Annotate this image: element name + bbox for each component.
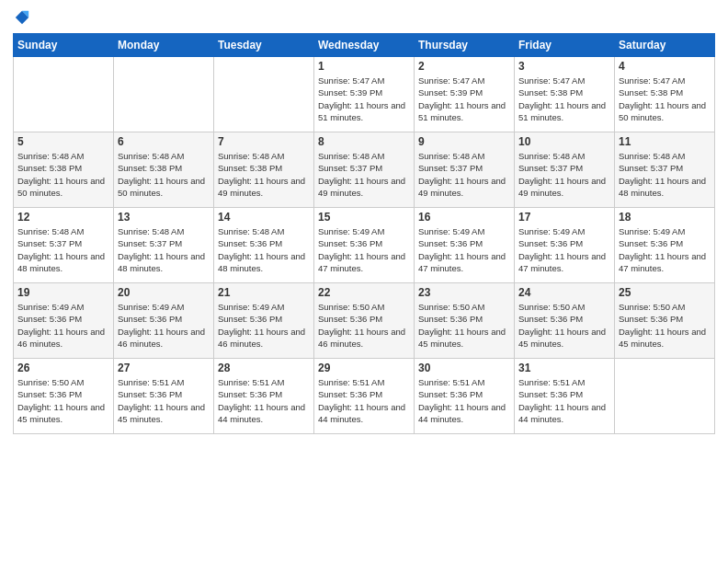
logo-icon (14, 9, 30, 26)
day-info: Sunrise: 5:48 AMSunset: 5:37 PMDaylight:… (518, 151, 606, 198)
day-cell: 6Sunrise: 5:48 AMSunset: 5:38 PMDaylight… (114, 132, 214, 208)
day-number: 6 (118, 135, 210, 148)
day-info: Sunrise: 5:50 AMSunset: 5:36 PMDaylight:… (318, 302, 405, 349)
day-number: 10 (518, 135, 610, 148)
day-number: 15 (318, 211, 410, 224)
weekday-header-row: SundayMondayTuesdayWednesdayThursdayFrid… (14, 34, 715, 57)
weekday-header-friday: Friday (515, 34, 615, 57)
day-cell: 20Sunrise: 5:49 AMSunset: 5:36 PMDayligh… (114, 283, 214, 359)
day-number: 11 (619, 135, 711, 148)
day-cell: 15Sunrise: 5:49 AMSunset: 5:36 PMDayligh… (314, 208, 415, 283)
day-cell: 25Sunrise: 5:50 AMSunset: 5:36 PMDayligh… (615, 283, 715, 359)
day-number: 12 (17, 211, 109, 224)
header (13, 9, 715, 26)
day-cell: 4Sunrise: 5:47 AMSunset: 5:38 PMDaylight… (615, 57, 715, 132)
day-number: 22 (318, 286, 410, 299)
day-number: 2 (418, 60, 510, 73)
day-cell: 31Sunrise: 5:51 AMSunset: 5:36 PMDayligh… (515, 359, 615, 434)
day-cell: 18Sunrise: 5:49 AMSunset: 5:36 PMDayligh… (615, 208, 715, 283)
day-number: 16 (418, 211, 510, 224)
day-info: Sunrise: 5:51 AMSunset: 5:36 PMDaylight:… (318, 377, 405, 424)
day-info: Sunrise: 5:51 AMSunset: 5:36 PMDaylight:… (418, 377, 506, 424)
day-number: 5 (17, 135, 109, 148)
day-number: 17 (518, 211, 610, 224)
day-number: 13 (118, 211, 210, 224)
day-cell: 24Sunrise: 5:50 AMSunset: 5:36 PMDayligh… (515, 283, 615, 359)
day-cell: 3Sunrise: 5:47 AMSunset: 5:38 PMDaylight… (515, 57, 615, 132)
day-info: Sunrise: 5:48 AMSunset: 5:38 PMDaylight:… (17, 151, 105, 198)
logo (13, 9, 30, 26)
day-info: Sunrise: 5:47 AMSunset: 5:38 PMDaylight:… (619, 75, 706, 122)
day-info: Sunrise: 5:48 AMSunset: 5:37 PMDaylight:… (118, 226, 205, 273)
day-number: 28 (218, 362, 310, 374)
day-cell: 2Sunrise: 5:47 AMSunset: 5:39 PMDaylight… (415, 57, 515, 132)
day-cell: 1Sunrise: 5:47 AMSunset: 5:39 PMDaylight… (314, 57, 415, 132)
day-number: 4 (619, 60, 711, 73)
weekday-header-wednesday: Wednesday (314, 34, 415, 57)
day-number: 20 (118, 286, 210, 299)
day-cell: 14Sunrise: 5:48 AMSunset: 5:36 PMDayligh… (214, 208, 314, 283)
week-row-5: 26Sunrise: 5:50 AMSunset: 5:36 PMDayligh… (14, 359, 715, 434)
day-cell: 30Sunrise: 5:51 AMSunset: 5:36 PMDayligh… (415, 359, 515, 434)
week-row-4: 19Sunrise: 5:49 AMSunset: 5:36 PMDayligh… (14, 283, 715, 359)
day-cell: 26Sunrise: 5:50 AMSunset: 5:36 PMDayligh… (14, 359, 114, 434)
day-cell: 12Sunrise: 5:48 AMSunset: 5:37 PMDayligh… (14, 208, 114, 283)
weekday-header-saturday: Saturday (615, 34, 715, 57)
day-number: 29 (318, 362, 410, 374)
day-info: Sunrise: 5:50 AMSunset: 5:36 PMDaylight:… (17, 377, 105, 424)
day-info: Sunrise: 5:48 AMSunset: 5:38 PMDaylight:… (218, 151, 305, 198)
day-info: Sunrise: 5:49 AMSunset: 5:36 PMDaylight:… (17, 302, 105, 349)
day-cell (14, 57, 114, 132)
day-info: Sunrise: 5:47 AMSunset: 5:39 PMDaylight:… (418, 75, 506, 122)
day-info: Sunrise: 5:48 AMSunset: 5:36 PMDaylight:… (218, 226, 305, 273)
day-info: Sunrise: 5:50 AMSunset: 5:36 PMDaylight:… (518, 302, 606, 349)
day-number: 24 (518, 286, 610, 299)
day-number: 3 (518, 60, 610, 73)
day-info: Sunrise: 5:48 AMSunset: 5:37 PMDaylight:… (418, 151, 506, 198)
day-cell: 16Sunrise: 5:49 AMSunset: 5:36 PMDayligh… (415, 208, 515, 283)
day-cell: 21Sunrise: 5:49 AMSunset: 5:36 PMDayligh… (214, 283, 314, 359)
day-cell: 8Sunrise: 5:48 AMSunset: 5:37 PMDaylight… (314, 132, 415, 208)
week-row-3: 12Sunrise: 5:48 AMSunset: 5:37 PMDayligh… (14, 208, 715, 283)
day-cell: 11Sunrise: 5:48 AMSunset: 5:37 PMDayligh… (615, 132, 715, 208)
weekday-header-tuesday: Tuesday (214, 34, 314, 57)
week-row-2: 5Sunrise: 5:48 AMSunset: 5:38 PMDaylight… (14, 132, 715, 208)
day-number: 19 (17, 286, 109, 299)
weekday-header-thursday: Thursday (415, 34, 515, 57)
day-info: Sunrise: 5:49 AMSunset: 5:36 PMDaylight:… (619, 226, 706, 273)
day-info: Sunrise: 5:48 AMSunset: 5:37 PMDaylight:… (17, 226, 105, 273)
day-cell: 29Sunrise: 5:51 AMSunset: 5:36 PMDayligh… (314, 359, 415, 434)
day-cell: 5Sunrise: 5:48 AMSunset: 5:38 PMDaylight… (14, 132, 114, 208)
day-info: Sunrise: 5:51 AMSunset: 5:36 PMDaylight:… (518, 377, 606, 424)
day-number: 31 (518, 362, 610, 374)
day-cell (615, 359, 715, 434)
day-info: Sunrise: 5:47 AMSunset: 5:38 PMDaylight:… (518, 75, 606, 122)
calendar-container: SundayMondayTuesdayWednesdayThursdayFrid… (0, 0, 728, 563)
day-info: Sunrise: 5:49 AMSunset: 5:36 PMDaylight:… (118, 302, 205, 349)
day-cell: 10Sunrise: 5:48 AMSunset: 5:37 PMDayligh… (515, 132, 615, 208)
day-number: 18 (619, 211, 711, 224)
day-info: Sunrise: 5:50 AMSunset: 5:36 PMDaylight:… (418, 302, 506, 349)
day-info: Sunrise: 5:51 AMSunset: 5:36 PMDaylight:… (118, 377, 205, 424)
day-info: Sunrise: 5:49 AMSunset: 5:36 PMDaylight:… (318, 226, 405, 273)
day-number: 26 (17, 362, 109, 374)
weekday-header-sunday: Sunday (14, 34, 114, 57)
day-cell: 27Sunrise: 5:51 AMSunset: 5:36 PMDayligh… (114, 359, 214, 434)
day-info: Sunrise: 5:49 AMSunset: 5:36 PMDaylight:… (518, 226, 606, 273)
day-cell: 22Sunrise: 5:50 AMSunset: 5:36 PMDayligh… (314, 283, 415, 359)
day-cell: 28Sunrise: 5:51 AMSunset: 5:36 PMDayligh… (214, 359, 314, 434)
week-row-1: 1Sunrise: 5:47 AMSunset: 5:39 PMDaylight… (14, 57, 715, 132)
day-info: Sunrise: 5:49 AMSunset: 5:36 PMDaylight:… (418, 226, 506, 273)
day-cell (114, 57, 214, 132)
day-info: Sunrise: 5:51 AMSunset: 5:36 PMDaylight:… (218, 377, 305, 424)
day-number: 14 (218, 211, 310, 224)
day-number: 8 (318, 135, 410, 148)
day-number: 25 (619, 286, 711, 299)
day-cell: 7Sunrise: 5:48 AMSunset: 5:38 PMDaylight… (214, 132, 314, 208)
day-info: Sunrise: 5:48 AMSunset: 5:38 PMDaylight:… (118, 151, 205, 198)
calendar-table: SundayMondayTuesdayWednesdayThursdayFrid… (13, 33, 715, 434)
day-number: 21 (218, 286, 310, 299)
day-info: Sunrise: 5:47 AMSunset: 5:39 PMDaylight:… (318, 75, 405, 122)
day-number: 9 (418, 135, 510, 148)
day-number: 30 (418, 362, 510, 374)
